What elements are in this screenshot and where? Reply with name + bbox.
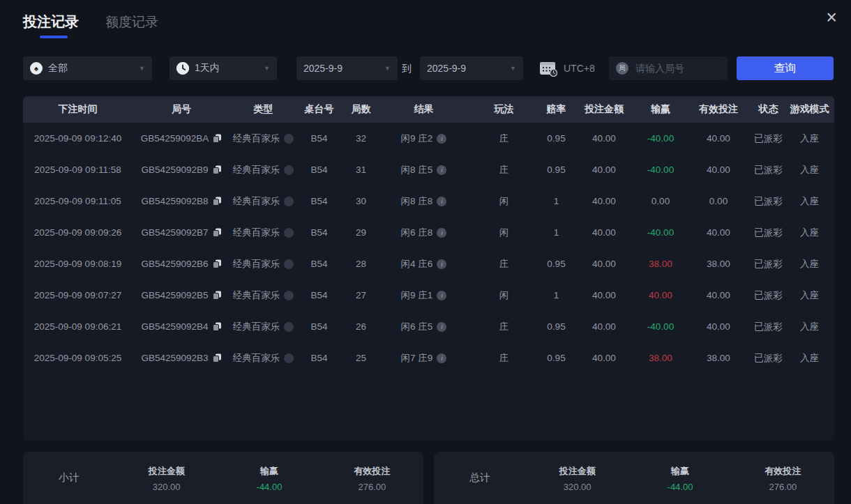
total-winloss: 输赢 -44.00: [628, 465, 731, 492]
cell-bet-time: 2025-09-09 09:11:05: [23, 196, 133, 206]
table-header-cell: 游戏模式: [785, 103, 834, 116]
copy-icon[interactable]: [213, 322, 222, 331]
cell-round-id: GB54259092B5: [133, 290, 230, 300]
cell-round-id: GB54259092B7: [133, 227, 230, 238]
subtotal-valid-bet: 有效投注 276.00: [321, 465, 423, 492]
cell-bet-amount: 40.00: [572, 259, 636, 269]
table-header-cell: 桌台号: [296, 103, 342, 116]
table-header-cell: 局数: [342, 103, 380, 116]
cell-bet-amount: 40.00: [572, 353, 636, 363]
round-number-input[interactable]: [634, 62, 721, 75]
cell-valid-bet: 40.00: [685, 290, 752, 300]
chevron-down-icon: ▼: [139, 65, 145, 72]
tab-quota-records[interactable]: 额度记录: [105, 13, 158, 38]
clock-icon: [176, 62, 189, 75]
cell-play: 庄: [467, 352, 541, 365]
copy-icon[interactable]: [213, 259, 222, 268]
game-type-select[interactable]: ♠ 全部 ▼: [23, 56, 152, 80]
date-from-select[interactable]: 2025-9-9 ▼: [296, 56, 398, 80]
cell-valid-bet: 40.00: [685, 133, 752, 144]
cell-odds: 1: [541, 290, 572, 300]
copy-icon[interactable]: [213, 228, 222, 237]
cell-status: 已派彩: [752, 132, 785, 145]
cell-bet-amount: 40.00: [572, 165, 636, 175]
active-tab-underline: [40, 36, 68, 38]
chevron-down-icon: ▼: [264, 65, 270, 72]
info-icon[interactable]: i: [437, 134, 446, 144]
table-row: 2025-09-09 09:12:40 GB54259092BA 经典百家乐: [23, 123, 834, 154]
cell-game-mode: 入座: [785, 195, 834, 208]
cell-round-id: GB54259092B8: [133, 196, 230, 206]
tab-bar: 投注记录 额度记录: [23, 13, 158, 38]
round-badge-icon: 局: [616, 62, 628, 75]
cell-odds: 0.95: [541, 353, 572, 363]
table-header-cell: 赔率: [541, 103, 572, 116]
cell-result: 闲9 庄2 i: [380, 132, 467, 145]
cell-winloss: -40.00: [636, 133, 685, 144]
cell-table-no: B54: [296, 353, 342, 363]
cell-game-mode: 入座: [785, 132, 834, 145]
cell-winloss: 38.00: [636, 353, 685, 363]
round-number-field: 局: [609, 56, 728, 80]
info-icon[interactable]: i: [437, 353, 446, 363]
game-type-icon: [284, 322, 294, 332]
cell-status: 已派彩: [752, 321, 785, 333]
copy-icon[interactable]: [213, 134, 222, 143]
time-range-value: 1天内: [195, 62, 220, 75]
cell-valid-bet: 38.00: [685, 259, 752, 269]
cell-bet-amount: 40.00: [572, 133, 636, 144]
cell-round-count: 28: [342, 259, 380, 269]
cell-bet-time: 2025-09-09 09:05:25: [23, 353, 133, 363]
cell-round-id: GB54259092B9: [133, 165, 230, 175]
subtotal-bet-amount: 投注金额 320.00: [115, 465, 218, 492]
cell-round-count: 27: [342, 290, 380, 300]
query-button[interactable]: 查询: [737, 56, 834, 80]
timezone-label: UTC+8: [564, 56, 595, 80]
cell-odds: 1: [541, 227, 572, 238]
cell-play: 闲: [467, 227, 541, 239]
tab-betting-records-label: 投注记录: [23, 14, 79, 29]
table-header-cell: 有效投注: [685, 103, 752, 116]
table-header-cell: 输赢: [636, 103, 685, 116]
time-range-select[interactable]: 1天内 ▼: [170, 56, 277, 80]
cell-game-type: 经典百家乐: [230, 321, 296, 333]
copy-icon[interactable]: [213, 291, 222, 300]
info-icon[interactable]: i: [437, 291, 446, 300]
table-header-cell: 局号: [133, 103, 230, 116]
chevron-down-icon: ▼: [510, 65, 516, 72]
cell-play: 庄: [467, 132, 541, 145]
info-icon[interactable]: i: [437, 165, 446, 175]
calendar-clock-icon[interactable]: [539, 60, 558, 79]
cell-play: 庄: [467, 321, 541, 333]
cell-status: 已派彩: [752, 227, 785, 239]
game-type-icon: [284, 134, 294, 144]
copy-icon[interactable]: [213, 165, 222, 174]
close-icon[interactable]: ×: [822, 7, 841, 29]
cell-game-type: 经典百家乐: [230, 352, 296, 365]
copy-icon[interactable]: [213, 197, 222, 206]
cell-round-count: 29: [342, 227, 380, 238]
cell-result: 闲9 庄1 i: [380, 289, 467, 302]
copy-icon[interactable]: [213, 353, 222, 362]
cell-bet-time: 2025-09-09 09:11:58: [23, 165, 133, 175]
cell-status: 已派彩: [752, 164, 785, 176]
info-icon[interactable]: i: [437, 322, 446, 332]
cell-odds: 1: [541, 196, 572, 206]
cell-winloss: -40.00: [636, 321, 685, 332]
info-icon[interactable]: i: [437, 228, 446, 238]
records-table: 下注时间局号类型桌台号局数结果玩法赔率投注金额输赢有效投注状态游戏模式 2025…: [23, 96, 834, 441]
table-header-cell: 投注金额: [572, 103, 636, 116]
table-row: 2025-09-09 09:09:26 GB54259092B7 经典百家乐: [23, 217, 834, 248]
table-row: 2025-09-09 09:11:05 GB54259092B8 经典百家乐: [23, 185, 834, 217]
cell-result: 闲4 庄6 i: [380, 258, 467, 270]
date-to-select[interactable]: 2025-9-9 ▼: [420, 56, 523, 80]
info-icon[interactable]: i: [437, 259, 446, 269]
cell-game-mode: 入座: [785, 289, 834, 302]
total-label: 总计: [434, 471, 526, 484]
cell-winloss: -40.00: [636, 165, 685, 175]
cell-bet-time: 2025-09-09 09:09:26: [23, 227, 133, 238]
tab-betting-records[interactable]: 投注记录: [23, 13, 79, 38]
table-header-cell: 类型: [230, 103, 296, 116]
table-header-cell: 状态: [752, 103, 785, 116]
info-icon[interactable]: i: [437, 197, 446, 206]
